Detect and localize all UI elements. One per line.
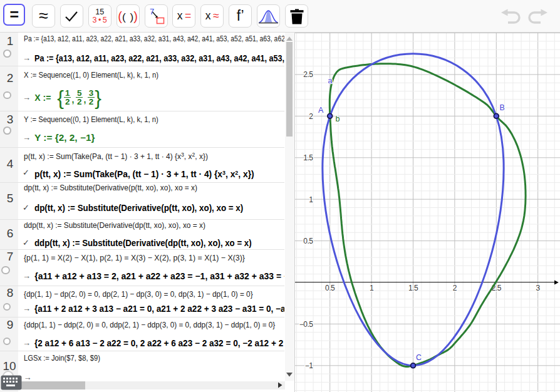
svg-text:−0.5: −0.5	[299, 320, 314, 329]
svg-text:1.5: 1.5	[408, 284, 418, 292]
svg-text:2: 2	[309, 112, 313, 121]
svg-text:0.5: 0.5	[325, 284, 335, 292]
svg-text:a: a	[328, 76, 333, 85]
svg-text:2.5: 2.5	[303, 70, 313, 79]
svg-text:−1: −1	[305, 361, 314, 370]
svg-text:B: B	[500, 103, 505, 112]
svg-text:1: 1	[370, 284, 374, 292]
svg-text:A: A	[318, 106, 324, 115]
svg-text:2: 2	[453, 284, 457, 292]
svg-text:0.5: 0.5	[303, 237, 313, 245]
svg-text:1.5: 1.5	[303, 153, 313, 162]
svg-text:b: b	[336, 115, 340, 123]
svg-text:1: 1	[309, 195, 313, 204]
svg-text:C: C	[416, 353, 422, 362]
svg-text:3: 3	[536, 284, 541, 292]
